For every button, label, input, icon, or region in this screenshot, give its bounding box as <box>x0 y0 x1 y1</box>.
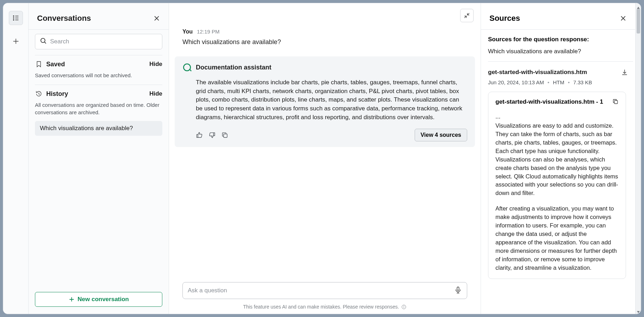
source-file-size: 7.33 KB <box>573 79 592 85</box>
user-question: Which visualizations are available? <box>182 38 467 47</box>
question-input-wrapper[interactable] <box>182 282 467 299</box>
download-icon[interactable] <box>621 69 628 77</box>
history-note: All conversations are organized based on… <box>35 101 162 116</box>
assistant-avatar-icon <box>182 63 192 72</box>
saved-note: Saved conversations will not be archived… <box>35 72 162 79</box>
svg-point-0 <box>13 16 14 16</box>
source-excerpt-title: get-started-with-visualizations.htm - 1 <box>495 98 603 105</box>
history-hide-button[interactable]: Hide <box>149 90 162 97</box>
svg-point-16 <box>183 64 191 71</box>
sources-for-label: Sources for the question response: <box>488 36 633 43</box>
scroll-up-icon[interactable] <box>637 5 640 8</box>
sources-for-question: Which visualizations are available? <box>488 48 633 55</box>
close-icon[interactable] <box>153 15 160 22</box>
history-item[interactable]: Which visualizations are available? <box>35 121 162 136</box>
source-file-date: Jun 20, 2024, 10:13 AM <box>488 79 544 85</box>
source-excerpt-card: get-started-with-visualizations.htm - 1 … <box>488 92 626 279</box>
source-file: get-started-with-visualizations.htm Jun … <box>488 62 633 279</box>
history-icon <box>35 90 43 98</box>
scrollbar[interactable] <box>635 3 641 314</box>
sources-close-icon[interactable] <box>620 15 627 22</box>
user-label: You <box>182 29 193 35</box>
search-icon <box>40 37 47 46</box>
assistant-name: Documentation assistant <box>196 64 271 71</box>
user-time: 12:19 PM <box>197 29 219 35</box>
collapse-icon[interactable] <box>460 9 474 22</box>
view-sources-button[interactable]: View 4 sources <box>415 129 467 141</box>
copy-icon[interactable] <box>221 132 228 139</box>
new-conversation-label: New conversation <box>78 296 129 303</box>
user-message: You 12:19 PM Which visualizations are av… <box>182 29 467 47</box>
assistant-message: Documentation assistant The available vi… <box>175 56 475 147</box>
microphone-icon[interactable] <box>454 286 462 295</box>
disclaimer: This feature uses AI and can make mistak… <box>169 302 481 314</box>
svg-rect-17 <box>224 134 227 138</box>
search-input[interactable] <box>50 38 158 45</box>
search-input-wrapper[interactable] <box>35 34 162 49</box>
svg-point-10 <box>41 38 45 43</box>
new-conversation-icon[interactable] <box>9 34 23 48</box>
bookmark-icon <box>35 60 43 68</box>
svg-line-15 <box>464 16 466 18</box>
new-conversation-button[interactable]: New conversation <box>35 292 162 307</box>
svg-line-14 <box>468 13 469 15</box>
scroll-thumb[interactable] <box>637 9 640 33</box>
scroll-down-icon[interactable] <box>637 309 640 312</box>
svg-marker-28 <box>637 311 640 313</box>
conversations-title: Conversations <box>37 14 91 23</box>
svg-point-2 <box>13 19 14 20</box>
svg-rect-26 <box>614 100 618 104</box>
saved-hide-button[interactable]: Hide <box>149 61 162 68</box>
sources-panel: Sources Sources for the question respons… <box>481 3 635 314</box>
conversations-panel: Conversations Saved Hide S <box>29 3 169 314</box>
assistant-answer: The available visualizations include bar… <box>182 78 467 122</box>
svg-point-1 <box>13 18 14 18</box>
chat-panel: You 12:19 PM Which visualizations are av… <box>169 3 481 314</box>
nav-rail <box>3 3 29 314</box>
source-paragraph-1: Visualizations are easy to add and custo… <box>495 122 619 197</box>
thumbs-up-icon[interactable] <box>196 132 203 139</box>
source-paragraph-2: After creating a visualization, you may … <box>495 205 619 272</box>
disclaimer-text: This feature uses AI and can make mistak… <box>243 304 399 310</box>
source-ellipsis: ... <box>495 113 619 120</box>
history-label: History <box>46 90 146 98</box>
svg-point-23 <box>404 306 404 306</box>
source-file-name: get-started-with-visualizations.htm <box>488 69 592 76</box>
saved-label: Saved <box>46 61 146 68</box>
source-file-ext: HTM <box>553 79 565 85</box>
svg-rect-18 <box>457 287 459 291</box>
question-input[interactable] <box>188 287 454 294</box>
svg-line-11 <box>44 42 46 43</box>
thumbs-down-icon[interactable] <box>209 132 216 139</box>
sources-title: Sources <box>489 14 520 23</box>
open-external-icon[interactable] <box>612 98 619 106</box>
conversations-list-icon[interactable] <box>9 11 23 25</box>
info-icon <box>401 304 407 310</box>
